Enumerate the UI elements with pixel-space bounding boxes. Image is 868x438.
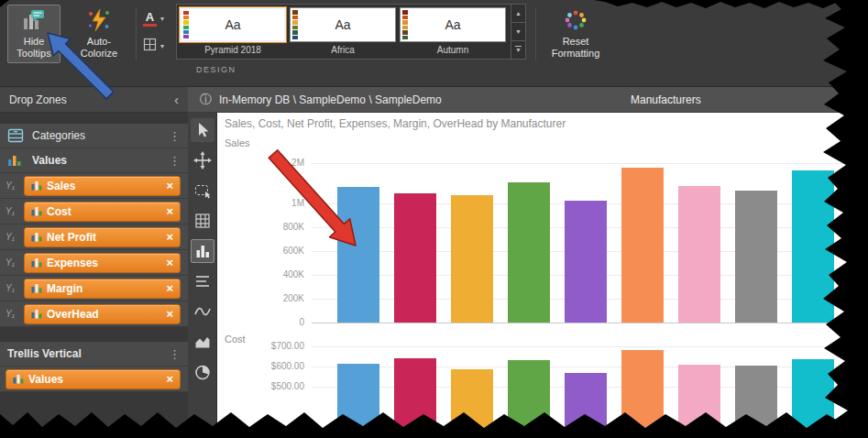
bar-sales-1[interactable] <box>337 187 379 323</box>
bar-sales-9[interactable] <box>792 170 834 323</box>
remove-field-icon[interactable]: × <box>166 231 173 243</box>
theme-name: Africa <box>290 45 396 55</box>
theme-preview-text: Aa <box>335 17 350 32</box>
bar-sales-6[interactable] <box>621 168 664 323</box>
drop-zone-row: Y₁Sales× <box>0 173 188 199</box>
sales-axis-label: Sales <box>225 137 250 148</box>
bar-cost-1[interactable] <box>337 364 379 438</box>
drop-zone-categories[interactable]: Categories ⋮ <box>0 124 188 148</box>
grid-tool[interactable] <box>191 209 214 233</box>
field-chip-label: Expenses <box>47 257 98 269</box>
drop-zone-row: Y₁Cost× <box>0 199 188 224</box>
theme-gallery-tiles: AaPyramid 2018AaAfricaAaAutumn <box>177 5 509 59</box>
bar-cost-9[interactable] <box>792 359 834 438</box>
drop-zone-row: Values× <box>0 367 188 392</box>
field-chip-net-profit[interactable]: Net Profit× <box>24 227 181 247</box>
auto-colorize-button[interactable]: Auto-Colorize <box>66 5 132 63</box>
auto-colorize-label: Auto-Colorize <box>73 36 125 60</box>
remove-field-icon[interactable]: × <box>166 308 173 320</box>
breadcrumb[interactable]: In-Memory DB \ SampleDemo \ SampleDemo <box>219 93 442 106</box>
collapse-panel-icon[interactable]: ‹ <box>174 92 179 107</box>
bar-cost-8[interactable] <box>735 366 777 438</box>
drop-zones-title: Drop Zones <box>9 93 67 106</box>
theme-preview: Aa <box>180 7 286 42</box>
axis-tick-label: 600K <box>240 246 304 256</box>
trellis-chip-list: Values× <box>0 367 188 392</box>
ribbon-separator <box>136 7 137 60</box>
bar-cost-3[interactable] <box>451 369 493 438</box>
theme-tile-pyramid-2018[interactable]: AaPyramid 2018 <box>180 7 286 56</box>
move-tool[interactable] <box>191 148 214 172</box>
chevron-down-icon[interactable]: ▾ <box>160 15 164 23</box>
field-chip-cost[interactable]: Cost× <box>24 202 181 222</box>
theme-tile-autumn[interactable]: AaAutumn <box>400 7 506 56</box>
chevron-down-icon[interactable]: ▾ <box>160 42 164 50</box>
field-chip-label: OverHead <box>47 308 99 321</box>
bar-cost-5[interactable] <box>565 373 607 438</box>
lasso-tool[interactable] <box>191 179 214 203</box>
bar-sales-8[interactable] <box>735 191 777 323</box>
gallery-spinner: ▲ ▼ ▼ <box>511 5 525 59</box>
axis-assignment-label: Y₁ <box>5 257 24 268</box>
axis-tick-label: $600.00 <box>240 361 304 371</box>
bar-sales-4[interactable] <box>508 182 550 323</box>
menu-dots-icon[interactable]: ⋮ <box>169 154 181 168</box>
bar-sales-7[interactable] <box>678 186 720 323</box>
drop-zone-row: Y₁OverHead× <box>0 301 188 327</box>
column-header-manufacturers: Manufacturers <box>631 87 701 113</box>
hide-tooltips-button[interactable]: Hide Tooltips <box>7 5 60 63</box>
axis-tick-label: 1M <box>240 198 304 208</box>
remove-field-icon[interactable]: × <box>166 373 173 385</box>
field-chip-sales[interactable]: Sales× <box>24 176 181 196</box>
theme-palette-icon <box>183 11 189 38</box>
bar-chart-tool[interactable] <box>191 239 214 263</box>
bar-sales-5[interactable] <box>565 201 607 323</box>
field-chip-label: Values <box>28 373 63 386</box>
bar-sales-2[interactable] <box>394 193 436 323</box>
mini-bar-chart-icon <box>31 257 42 268</box>
mini-bar-chart-icon <box>31 206 42 216</box>
field-chip-overhead[interactable]: OverHead× <box>24 304 181 324</box>
theme-tile-africa[interactable]: AaAfrica <box>290 7 396 56</box>
remove-field-icon[interactable]: × <box>166 257 173 268</box>
font-color-button[interactable]: A ▾ <box>139 7 168 29</box>
axis-tick-label: 2M <box>240 158 304 168</box>
remove-field-icon[interactable]: × <box>166 180 173 192</box>
drop-zone-values[interactable]: Values ⋮ <box>0 148 188 173</box>
values-icon <box>7 154 27 167</box>
area-chart-tool[interactable] <box>191 330 214 354</box>
remove-field-icon[interactable]: × <box>166 282 173 294</box>
bar-cost-6[interactable] <box>621 350 664 438</box>
gallery-more-button[interactable]: ▼ <box>511 41 525 59</box>
drop-zone-row: Y₁Expenses× <box>0 250 188 276</box>
smooth-line-tool[interactable] <box>191 300 214 323</box>
reset-formatting-button[interactable]: Reset Formatting <box>543 5 609 63</box>
field-chip-values[interactable]: Values× <box>5 369 181 389</box>
menu-dots-icon[interactable]: ⋮ <box>169 347 181 361</box>
theme-preview-text: Aa <box>225 17 240 32</box>
info-icon[interactable]: ⓘ <box>200 92 212 108</box>
gridline <box>312 163 868 164</box>
axis-assignment-label: Y₁ <box>5 309 24 319</box>
border-format-button[interactable]: ▾ <box>139 35 168 57</box>
gallery-down-button[interactable]: ▼ <box>511 23 525 41</box>
bar-cost-4[interactable] <box>508 360 550 438</box>
remove-field-icon[interactable]: × <box>166 205 173 217</box>
menu-dots-icon[interactable]: ⋮ <box>169 129 181 143</box>
lines-tool[interactable] <box>191 269 214 293</box>
pie-chart-tool[interactable] <box>191 360 214 384</box>
bar-cost-7[interactable] <box>678 365 720 438</box>
pointer-tool[interactable] <box>191 118 214 142</box>
mini-bar-chart-icon <box>31 309 42 319</box>
mini-bar-chart-icon <box>13 374 24 384</box>
breadcrumb-bar: ⓘ In-Memory DB \ SampleDemo \ SampleDemo… <box>188 87 868 113</box>
drop-zone-trellis-vertical[interactable]: Trellis Vertical ⋮ <box>0 342 188 367</box>
theme-palette-icon <box>402 10 408 39</box>
bar-cost-10[interactable] <box>849 367 868 438</box>
field-chip-expenses[interactable]: Expenses× <box>24 253 181 273</box>
bar-sales-3[interactable] <box>451 195 493 323</box>
bar-cost-2[interactable] <box>394 358 436 438</box>
bar-sales-10[interactable] <box>849 180 868 323</box>
field-chip-margin[interactable]: Margin× <box>24 279 181 299</box>
gallery-up-button[interactable]: ▲ <box>511 5 525 23</box>
